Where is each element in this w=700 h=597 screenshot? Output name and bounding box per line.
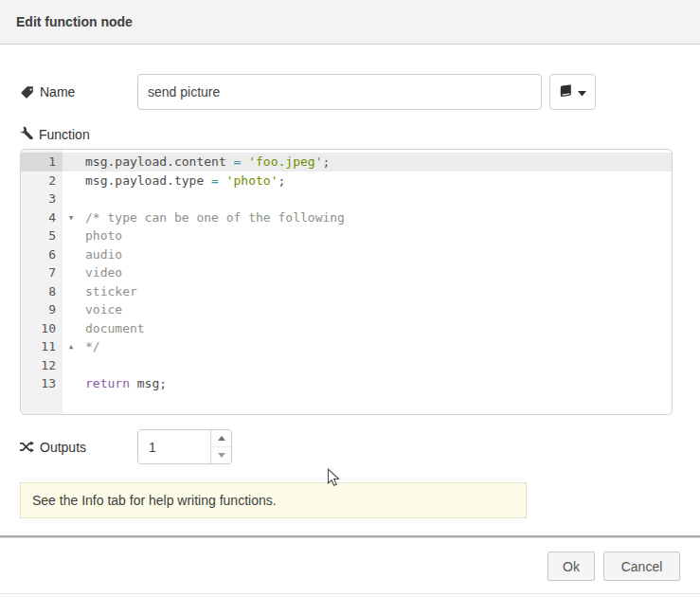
name-label-text: Name [40, 84, 75, 100]
outputs-row: Outputs [20, 429, 700, 464]
line-number: 6 [21, 245, 63, 264]
edit-function-node-dialog: Edit function node Name [0, 0, 700, 597]
book-icon [559, 84, 573, 100]
code-line: 4▾/* type can be one of the following [21, 208, 672, 227]
outputs-label: Outputs [20, 440, 137, 455]
code-text: photo [63, 226, 672, 245]
cancel-button[interactable]: Cancel [603, 552, 680, 581]
code-line: 7video [21, 263, 672, 282]
ok-button[interactable]: Ok [547, 552, 595, 581]
code-text: /* type can be one of the following [63, 208, 672, 227]
form-tip: See the Info tab for help writing functi… [20, 482, 527, 518]
library-button[interactable] [549, 74, 596, 110]
code-line: 6audio [21, 245, 672, 264]
code-line: 5photo [21, 226, 672, 245]
code-text: */ [63, 337, 672, 356]
code-line: 11▴*/ [21, 337, 672, 356]
wrench-icon [20, 126, 33, 142]
code-text: audio [63, 245, 672, 264]
line-number: 8 [21, 282, 63, 301]
line-number: 1 [21, 153, 63, 172]
fold-marker-icon[interactable]: ▾ [64, 208, 78, 227]
line-number: 10 [21, 319, 63, 338]
outputs-input[interactable] [138, 430, 210, 463]
fold-marker-icon[interactable]: ▴ [64, 337, 78, 356]
name-row: Name [20, 74, 700, 110]
spinner-buttons [210, 430, 231, 463]
line-number: 4 [21, 208, 63, 227]
name-input[interactable] [137, 74, 542, 110]
code-text: sticker [63, 282, 672, 301]
line-number: 12 [21, 356, 63, 375]
tag-icon [20, 85, 34, 100]
dialog-header: Edit function node [0, 0, 700, 45]
outputs-spinner [137, 429, 232, 464]
code-text [63, 356, 672, 375]
spinner-down-button[interactable] [211, 447, 231, 463]
outputs-label-text: Outputs [40, 440, 86, 455]
dialog-title: Edit function node [16, 14, 133, 29]
function-label-text: Function [39, 127, 90, 142]
code-text: msg.payload.type = 'photo'; [63, 172, 672, 190]
dialog-body: Name Function 1msg.payload.content = 'fo… [0, 74, 700, 518]
shuffle-icon [20, 440, 34, 454]
code-line: 1msg.payload.content = 'foo.jpeg'; [21, 153, 672, 172]
code-text: video [63, 263, 672, 282]
dialog-footer: Ok Cancel [0, 539, 700, 594]
line-number: 9 [21, 300, 63, 319]
code-line: 9voice [21, 300, 672, 319]
line-number: 2 [21, 172, 63, 190]
code-line: 10document [21, 319, 672, 338]
line-number: 3 [21, 190, 63, 208]
spinner-up-button[interactable] [211, 430, 231, 447]
code-line: 12 [21, 356, 672, 375]
code-text: voice [63, 300, 672, 319]
code-text: msg.payload.content = 'foo.jpeg'; [63, 153, 672, 172]
function-code-editor[interactable]: 1msg.payload.content = 'foo.jpeg';2msg.p… [20, 149, 673, 415]
footer-separator [0, 535, 700, 538]
code-line: 2msg.payload.type = 'photo'; [21, 172, 672, 190]
code-text: document [63, 319, 672, 338]
triangle-up-icon [218, 436, 225, 441]
line-number: 5 [21, 226, 63, 245]
line-number: 11 [21, 337, 63, 356]
caret-down-icon [578, 85, 586, 100]
code-line: 13return msg; [21, 374, 672, 393]
code-line: 3 [21, 190, 672, 208]
name-label: Name [20, 84, 137, 100]
triangle-down-icon [218, 453, 225, 458]
code-text [63, 190, 672, 208]
code-text: return msg; [63, 374, 672, 393]
function-label: Function [20, 126, 700, 142]
code-line: 8sticker [21, 282, 672, 301]
line-number: 7 [21, 263, 63, 282]
line-number: 13 [21, 374, 63, 393]
